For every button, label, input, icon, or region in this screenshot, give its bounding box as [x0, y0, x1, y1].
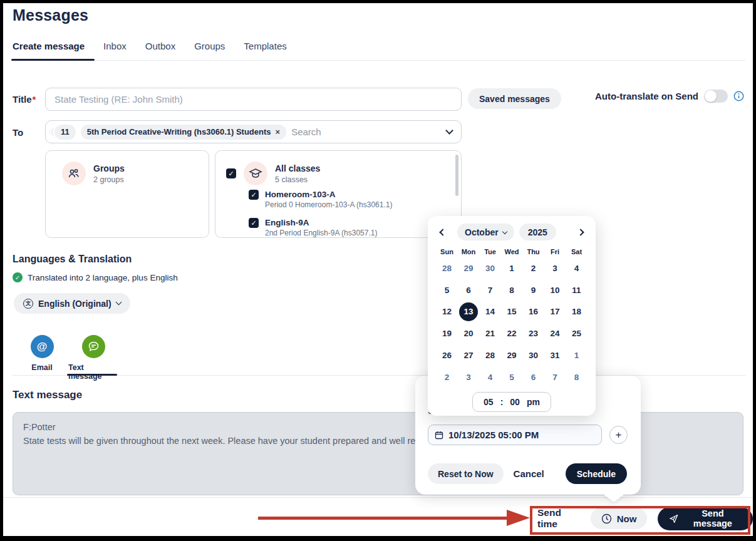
day-cell[interactable]: 18	[566, 301, 588, 323]
scrollbar[interactable]	[455, 155, 458, 196]
add-send-time-button[interactable]: +	[609, 426, 628, 444]
schedule-button[interactable]: Schedule	[566, 463, 627, 484]
class-name: Homeroom-103-A	[265, 190, 392, 199]
class-checkbox[interactable]: ✓	[249, 218, 259, 228]
groups-panel[interactable]: Groups 2 groups	[45, 150, 209, 238]
day-cell[interactable]: 5	[436, 279, 458, 301]
saved-messages-button[interactable]: Saved messages	[468, 88, 561, 109]
day-cell[interactable]: 8	[501, 279, 523, 301]
day-cell[interactable]: 7	[544, 366, 566, 388]
day-cell[interactable]: 25	[566, 322, 588, 344]
time-picker[interactable]: 05 : 00 pm	[472, 392, 551, 412]
day-cell[interactable]: 17	[544, 301, 566, 323]
day-cell[interactable]: 2	[436, 366, 458, 388]
chevron-left-icon	[439, 229, 446, 235]
annotation-arrow-line	[258, 517, 508, 520]
clock-icon	[601, 513, 612, 524]
day-cell[interactable]: 6	[458, 279, 480, 301]
title-label: Title*	[13, 94, 36, 105]
day-cell[interactable]: 26	[436, 344, 458, 366]
day-cell[interactable]: 3	[458, 366, 480, 388]
weekday-header: SunMonTueWedThuFriSat	[436, 246, 588, 257]
send-message-button[interactable]: Send message	[658, 507, 753, 530]
day-cell[interactable]: 5	[501, 366, 523, 388]
day-cell[interactable]: 30	[522, 344, 544, 366]
day-cell[interactable]: 24	[544, 322, 566, 344]
day-cell[interactable]: 2	[522, 257, 544, 279]
hour-value[interactable]: 05	[484, 397, 494, 407]
send-time-now-button[interactable]: Now	[591, 508, 648, 529]
chevron-down-icon	[115, 299, 122, 306]
day-cell[interactable]: 11	[566, 279, 588, 301]
day-cell[interactable]: 22	[501, 322, 523, 344]
day-cell[interactable]: 6	[522, 366, 544, 388]
day-cell[interactable]: 31	[544, 344, 566, 366]
groups-avatar	[62, 162, 86, 185]
auto-translate-row: Auto-translate on Send	[595, 90, 744, 103]
prev-month-button[interactable]	[436, 225, 450, 239]
auto-translate-toggle[interactable]	[704, 90, 728, 103]
day-cell[interactable]: 1	[566, 344, 588, 366]
year-selector[interactable]: 2025	[519, 224, 556, 240]
day-cell[interactable]: 10	[544, 279, 566, 301]
day-cell[interactable]: 8	[566, 366, 588, 388]
groups-panel-subtitle: 2 groups	[93, 175, 125, 184]
info-icon[interactable]	[733, 91, 744, 101]
class-checkbox[interactable]: ✓	[249, 190, 259, 200]
chevron-down-icon[interactable]	[445, 126, 453, 135]
class-detail: Period 0 Homeroom-103-A (hs3061.1)	[265, 200, 392, 209]
tab-templates[interactable]: Templates	[244, 41, 286, 60]
title-input[interactable]	[45, 88, 462, 111]
month-selector[interactable]: October	[457, 224, 514, 240]
channel-divider	[13, 375, 745, 376]
recipient-combobox[interactable]: 11 5th Period Creative-Writing (hs3060.1…	[45, 120, 462, 143]
classes-panel: ✓ All classes 5 classes ✓Homeroom-103-AP…	[215, 150, 462, 238]
day-cell[interactable]: 1	[501, 257, 523, 279]
tab-groups[interactable]: Groups	[194, 41, 225, 60]
tab-create-message[interactable]: Create message	[13, 41, 85, 60]
language-selector[interactable]: 文 English (Original)	[14, 293, 130, 314]
tab-inbox[interactable]: Inbox	[103, 41, 127, 60]
meridiem-value[interactable]: pm	[527, 397, 540, 407]
classes-panel-title: All classes	[275, 163, 320, 173]
next-month-button[interactable]	[574, 225, 588, 239]
day-cell[interactable]: 12	[436, 301, 458, 323]
day-cell[interactable]: 4	[479, 366, 501, 388]
datetime-input[interactable]: 10/13/2025 05:00 PM	[428, 425, 602, 445]
groups-panel-title: Groups	[93, 163, 125, 173]
footer-divider	[3, 497, 753, 498]
day-cell[interactable]: 16	[522, 301, 544, 323]
day-cell[interactable]: 29	[458, 257, 480, 279]
class-list-item: ✓Homeroom-103-APeriod 0 Homeroom-103-A (…	[249, 190, 392, 209]
weekday-label: Thu	[522, 246, 544, 257]
day-cell-selected[interactable]: 13	[458, 301, 480, 323]
day-cell[interactable]: 23	[522, 322, 544, 344]
day-cell[interactable]: 28	[436, 257, 458, 279]
day-cell[interactable]: 21	[479, 322, 501, 344]
day-cell[interactable]: 7	[479, 279, 501, 301]
tab-outbox[interactable]: Outbox	[145, 41, 175, 60]
day-cell[interactable]: 20	[458, 322, 480, 344]
day-cell[interactable]: 27	[458, 344, 480, 366]
day-grid: 2829301234567891011121314151617181920212…	[436, 257, 588, 388]
day-cell[interactable]: 28	[479, 344, 501, 366]
recipient-search-input[interactable]	[291, 126, 442, 137]
day-cell[interactable]: 30	[479, 257, 501, 279]
day-cell[interactable]: 14	[479, 301, 501, 323]
minute-value[interactable]: 00	[510, 397, 520, 407]
to-label: To	[13, 127, 23, 138]
reset-to-now-button[interactable]: Reset to Now	[428, 463, 504, 484]
remove-chip-icon[interactable]: ×	[276, 127, 281, 137]
translation-status: ✓ Translated into 2 language, plus Engli…	[13, 272, 178, 282]
recipient-chip: 5th Period Creative-Writing (hs3060.1) S…	[81, 125, 286, 140]
all-classes-checkbox[interactable]: ✓	[226, 168, 236, 178]
day-cell[interactable]: 3	[544, 257, 566, 279]
day-cell[interactable]: 9	[522, 279, 544, 301]
cancel-button[interactable]: Cancel	[514, 468, 544, 479]
chevron-down-icon	[502, 229, 507, 234]
day-cell[interactable]: 4	[566, 257, 588, 279]
day-cell[interactable]: 19	[436, 322, 458, 344]
day-cell[interactable]: 29	[501, 344, 523, 366]
channel-email[interactable]: @ Email	[17, 335, 67, 372]
day-cell[interactable]: 15	[501, 301, 523, 323]
